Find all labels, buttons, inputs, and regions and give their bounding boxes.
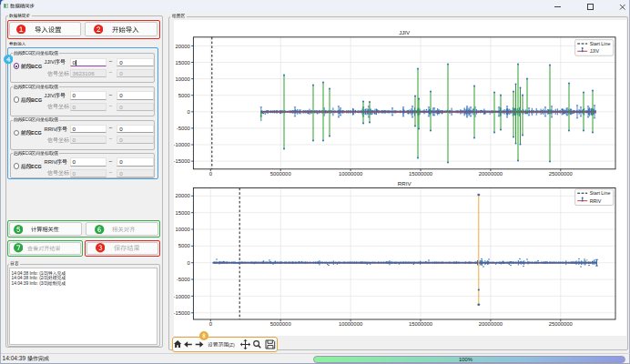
- svg-text:-5000: -5000: [177, 277, 191, 282]
- svg-text:-10000: -10000: [174, 142, 191, 147]
- svg-text:-15000: -15000: [174, 309, 191, 315]
- svg-text:0: 0: [209, 171, 213, 177]
- svg-text:JJIV: JJIV: [399, 29, 411, 35]
- svg-text:10000000: 10000000: [339, 171, 363, 177]
- svg-text:0: 0: [188, 259, 191, 265]
- svg-text:20000: 20000: [175, 43, 190, 48]
- svg-text:15000000: 15000000: [409, 321, 433, 327]
- svg-text:15000: 15000: [175, 59, 190, 65]
- svg-text:RRIV: RRIV: [398, 180, 412, 187]
- svg-text:25000000: 25000000: [549, 321, 574, 327]
- svg-text:RRIV: RRIV: [590, 197, 602, 203]
- svg-text:JJIV: JJIV: [590, 48, 600, 54]
- svg-text:20000000: 20000000: [479, 321, 503, 327]
- svg-text:5000000: 5000000: [270, 321, 292, 327]
- svg-text:0: 0: [188, 108, 191, 114]
- svg-text:5000000: 5000000: [270, 171, 292, 177]
- svg-text:10000000: 10000000: [339, 321, 363, 327]
- svg-text:-5000: -5000: [177, 126, 191, 131]
- svg-text:25000000: 25000000: [549, 171, 574, 177]
- svg-text:15000: 15000: [175, 209, 190, 215]
- svg-text:10000: 10000: [175, 227, 190, 232]
- svg-text:20000000: 20000000: [479, 171, 503, 177]
- svg-text:-10000: -10000: [174, 293, 191, 298]
- svg-text:20000: 20000: [175, 193, 190, 198]
- svg-text:5000: 5000: [178, 92, 191, 97]
- svg-text:15000000: 15000000: [409, 171, 433, 177]
- svg-text:5000: 5000: [178, 243, 191, 248]
- svg-text:Start Line: Start Line: [590, 190, 611, 196]
- svg-text:0: 0: [209, 321, 213, 327]
- svg-text:10000: 10000: [175, 76, 190, 81]
- svg-text:-15000: -15000: [174, 158, 191, 164]
- svg-text:Start Line: Start Line: [590, 41, 611, 46]
